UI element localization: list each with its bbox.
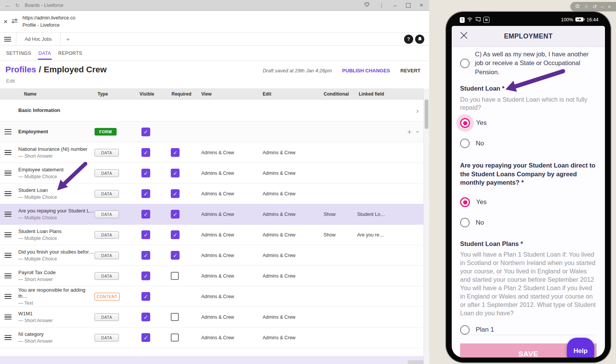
power-icon[interactable] bbox=[575, 4, 580, 10]
mirror-close-icon[interactable]: × bbox=[608, 4, 611, 10]
radio-icon[interactable] bbox=[460, 139, 470, 148]
breadcrumb: Profiles/Employed Crew bbox=[5, 65, 107, 75]
drag-handle-icon[interactable] bbox=[5, 232, 11, 238]
row-name: National Insurance (NI) number bbox=[18, 146, 95, 152]
tab-settings[interactable]: SETTINGS bbox=[6, 46, 31, 61]
expand-chevron-icon[interactable]: › bbox=[416, 107, 419, 114]
drag-handle-icon[interactable] bbox=[5, 171, 11, 176]
view-value: Admins & Crew bbox=[201, 315, 234, 320]
radio-icon[interactable] bbox=[460, 59, 470, 68]
mirror-minimize-icon[interactable]: – bbox=[601, 4, 604, 10]
visible-checkbox-checked[interactable]: ✓ bbox=[141, 292, 150, 301]
table-row[interactable]: Are you repaying your Student L…— Multip… bbox=[0, 204, 424, 225]
extensions-puzzle-icon[interactable] bbox=[364, 2, 370, 9]
add-field-icon[interactable]: + bbox=[407, 128, 412, 136]
visible-checkbox-checked[interactable]: ✓ bbox=[141, 128, 150, 136]
row-subtype: — Short Answer bbox=[18, 338, 95, 344]
table-row[interactable]: Student Loan Plans— Multiple ChoiceDATA✓… bbox=[0, 225, 424, 245]
radio-selected-icon[interactable] bbox=[460, 197, 470, 207]
scrollbar-thumb[interactable] bbox=[425, 99, 428, 129]
table-row[interactable]: National Insurance (NI) number— Short An… bbox=[0, 142, 424, 163]
radio-option[interactable]: No bbox=[460, 218, 597, 227]
radio-icon[interactable] bbox=[460, 218, 470, 227]
required-checkbox-checked[interactable]: ✓ bbox=[171, 230, 180, 239]
radio-option[interactable]: C) As well as my new job, I have another… bbox=[460, 50, 597, 77]
visible-checkbox-checked[interactable]: ✓ bbox=[141, 251, 150, 260]
table-row[interactable]: Did you finish your studies befor…— Mult… bbox=[0, 245, 424, 266]
collapse-chevron-icon[interactable]: › bbox=[414, 131, 420, 133]
required-checkbox-checked[interactable]: ✓ bbox=[171, 189, 180, 198]
radio-option[interactable]: Yes bbox=[460, 118, 597, 128]
table-row[interactable]: Payroll Tax Code— Short AnswerDATA✓Admin… bbox=[0, 266, 424, 286]
view-value: Admins & Crew bbox=[201, 294, 234, 299]
popup-close-icon[interactable]: × bbox=[3, 18, 8, 26]
table-row[interactable]: W1M1— Short AnswerDATA✓Admins & CrewAdmi… bbox=[0, 307, 424, 327]
revert-button[interactable]: REVERT bbox=[400, 68, 420, 73]
restore-icon[interactable]: ↺ bbox=[593, 4, 597, 10]
required-checkbox-checked[interactable]: ✓ bbox=[171, 251, 180, 260]
nfc-icon: N bbox=[483, 17, 489, 23]
visible-checkbox-checked[interactable]: ✓ bbox=[141, 271, 150, 280]
row-name: Employee statement bbox=[18, 167, 95, 173]
pin-icon[interactable]: ☆ bbox=[584, 4, 589, 10]
radio-option[interactable]: Yes bbox=[460, 197, 597, 207]
close-icon[interactable]: × bbox=[420, 2, 423, 9]
site-settings-icon[interactable] bbox=[11, 18, 18, 25]
browser-menu-icon[interactable]: ⋮ bbox=[379, 2, 384, 8]
drag-handle-icon[interactable] bbox=[5, 212, 11, 217]
help-circle-button[interactable]: ? bbox=[404, 35, 413, 44]
table-row[interactable]: You are responsible for adding th…— Text… bbox=[0, 286, 424, 307]
table-row[interactable]: Basic Information› bbox=[0, 100, 424, 121]
required-checkbox-unchecked[interactable] bbox=[171, 313, 179, 321]
visible-checkbox-checked[interactable]: ✓ bbox=[141, 189, 150, 198]
tab-ad-hoc-jobs[interactable]: Ad Hoc Jobs bbox=[16, 33, 61, 45]
drag-handle-icon[interactable] bbox=[5, 191, 11, 196]
help-floating-button[interactable]: Help bbox=[567, 338, 594, 358]
drag-handle-icon[interactable] bbox=[5, 335, 11, 340]
add-tab-icon[interactable]: + bbox=[66, 36, 70, 42]
notifications-bell-button[interactable] bbox=[415, 35, 424, 44]
table-row[interactable]: Student Loan— Multiple ChoiceDATA✓✓Admin… bbox=[0, 184, 424, 204]
drag-handle-icon[interactable] bbox=[5, 129, 11, 134]
visible-checkbox-checked[interactable]: ✓ bbox=[141, 169, 150, 177]
horizontal-scroll-thumb[interactable] bbox=[408, 360, 425, 364]
column-header-name: Name bbox=[18, 91, 95, 97]
radio-icon[interactable] bbox=[460, 325, 470, 335]
visible-checkbox-checked[interactable]: ✓ bbox=[141, 333, 150, 342]
drag-handle-icon[interactable] bbox=[5, 315, 11, 320]
type-badge: DATA bbox=[95, 252, 119, 259]
tab-reports[interactable]: REPORTS bbox=[58, 46, 82, 61]
radio-selected-icon[interactable] bbox=[460, 118, 470, 128]
drag-handle-icon[interactable] bbox=[5, 253, 11, 258]
visible-checkbox-checked[interactable]: ✓ bbox=[141, 148, 150, 157]
menu-hamburger-icon[interactable] bbox=[4, 37, 11, 42]
drag-handle-icon[interactable] bbox=[5, 150, 11, 155]
edit-label[interactable]: Edit bbox=[0, 75, 429, 88]
drag-handle-icon[interactable] bbox=[5, 294, 11, 299]
tab-data[interactable]: DATA bbox=[38, 46, 51, 61]
minimize-icon[interactable]: – bbox=[393, 2, 396, 8]
radio-option[interactable]: Plan 1 bbox=[460, 325, 597, 335]
table-row[interactable]: EmploymentFORM✓+› bbox=[0, 121, 424, 142]
required-checkbox-unchecked[interactable] bbox=[171, 272, 179, 280]
drag-handle-icon[interactable] bbox=[5, 273, 11, 279]
table-row[interactable]: NI category— Short AnswerDATA✓Admins & C… bbox=[0, 327, 424, 348]
publish-changes-button[interactable]: PUBLISH CHANGES bbox=[342, 68, 390, 73]
required-checkbox-checked[interactable]: ✓ bbox=[171, 148, 180, 157]
required-checkbox-unchecked[interactable] bbox=[171, 334, 179, 342]
visible-checkbox-checked[interactable]: ✓ bbox=[141, 210, 150, 219]
required-checkbox-checked[interactable]: ✓ bbox=[171, 210, 180, 219]
form-close-icon[interactable] bbox=[459, 30, 469, 42]
visible-checkbox-checked[interactable]: ✓ bbox=[141, 230, 150, 239]
row-name: Payroll Tax Code bbox=[18, 270, 95, 276]
maximize-icon[interactable] bbox=[406, 3, 411, 8]
table-row[interactable]: Employee statement— Multiple ChoiceDATA✓… bbox=[0, 163, 424, 184]
breadcrumb-profiles-link[interactable]: Profiles bbox=[5, 65, 36, 74]
required-checkbox-checked[interactable]: ✓ bbox=[171, 169, 180, 177]
vertical-scrollbar[interactable] bbox=[424, 89, 429, 364]
back-icon[interactable]: ← bbox=[5, 2, 11, 9]
radio-option[interactable]: No bbox=[460, 139, 597, 148]
reload-icon[interactable]: ↻ bbox=[15, 2, 20, 8]
question-student-loan: Student Loan * Do you have a Student Loa… bbox=[460, 84, 597, 148]
visible-checkbox-checked[interactable]: ✓ bbox=[141, 313, 150, 321]
